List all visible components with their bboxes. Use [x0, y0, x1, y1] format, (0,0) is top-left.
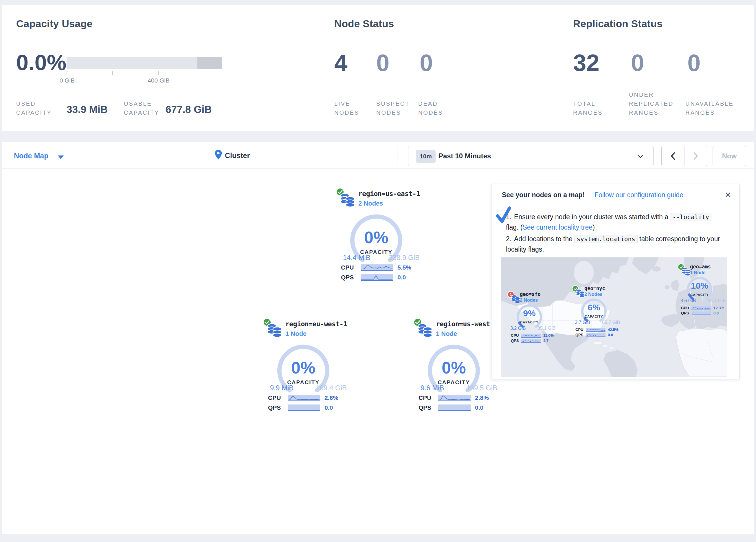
geo-node-nyc[interactable]: geo=nyc 2 Nodes 6% CAPACITY 3.7 GiB 65.7…: [572, 284, 624, 338]
completed-check-icon: [496, 206, 512, 224]
cpu-metric-row: CPU 2.8%: [419, 394, 505, 401]
chevron-left-icon: [670, 152, 676, 160]
geo-total-capacity: 35.1 GiB: [537, 326, 555, 331]
usable-capacity-label: USABLE CAPACITY: [124, 99, 159, 117]
live-nodes-value: 4: [334, 51, 348, 75]
used-capacity-label: USED CAPACITY: [16, 99, 52, 117]
gauge-capacity-label: CAPACITY: [682, 293, 717, 297]
summary-panel: Capacity Usage 0.0% 0 GiB 400 GiB USED C…: [2, 5, 754, 131]
region-name: region=us-east-1: [358, 190, 420, 197]
geo-node-count: 2 Nodes: [584, 292, 602, 297]
suspect-nodes-label: SUSPECTNODES: [376, 99, 410, 117]
axis-tick: [204, 71, 204, 75]
nodes-on-map-popup: See your nodes on a map! Follow our conf…: [491, 184, 740, 379]
geo-total-capacity: 34.4 GiB: [708, 298, 726, 304]
under-replicated-value: 0: [631, 51, 644, 75]
geo-node-name: geo=sfo: [520, 291, 541, 297]
unavailable-ranges-label: UNAVAILABLERANGES: [685, 99, 734, 117]
geo-node-name: geo=ams: [690, 264, 711, 269]
database-stack-icon: [417, 323, 433, 338]
cpu-sparkline: [586, 328, 605, 332]
capacity-bar: [67, 57, 222, 69]
region-used-capacity: 14.4 MiB: [343, 253, 370, 262]
cpu-label: CPU: [419, 394, 431, 401]
setup-step-2: 2.Add locations to the system.locations …: [506, 234, 720, 254]
geo-used-capacity: 3.7 GiB: [575, 320, 590, 325]
popup-title: See your nodes on a map!: [502, 191, 585, 199]
dead-nodes-value: 0: [420, 51, 433, 75]
world-map-preview: 1 geo=sfo 2 Nodes 9% CAPACITY 3.2 GiB 35…: [501, 257, 727, 377]
axis-tick: [158, 71, 159, 75]
chevron-right-icon: [693, 152, 699, 160]
caret-down-icon[interactable]: [58, 155, 64, 159]
qps-metric-row: QPS 0.0: [681, 311, 727, 316]
geo-node-count: 2 Nodes: [520, 298, 538, 303]
cpu-sparkline: [691, 306, 711, 310]
usable-capacity-value: 677.8 GiB: [166, 104, 212, 115]
time-forward-button[interactable]: [684, 146, 707, 166]
database-stack-icon: [266, 323, 282, 338]
time-range-label: Past 10 Minutes: [438, 152, 491, 160]
geo-used-capacity: 3.6 GiB: [680, 298, 696, 304]
cpu-sparkline: [521, 334, 541, 338]
cpu-label: CPU: [341, 264, 354, 271]
view-selector-dropdown[interactable]: Node Map: [14, 152, 48, 160]
cpu-sparkline: [438, 394, 471, 401]
cpu-sparkline: [361, 264, 393, 271]
geo-used-capacity: 3.2 GiB: [510, 326, 526, 331]
qps-metric-row: QPS 0.0: [419, 404, 505, 411]
under-replicated-label: UNDER-REPLICATEDRANGES: [629, 90, 674, 117]
cpu-metric-row: CPU 11.0%: [511, 333, 559, 338]
region-total-capacity: 169.4 GiB: [316, 384, 347, 392]
gauge-percent: 0%: [274, 358, 332, 377]
axis-tick: [112, 71, 113, 75]
setup-step-1: 1.Ensure every node in your cluster was …: [506, 212, 720, 232]
close-icon[interactable]: ✕: [725, 190, 731, 199]
qps-value: 0.0: [397, 274, 406, 281]
region-nodes-link[interactable]: 2 Nodes: [358, 200, 383, 207]
qps-metric-row: QPS 0.0: [341, 274, 428, 281]
now-button[interactable]: Now: [713, 146, 746, 166]
region-nodes-link[interactable]: 1 Node: [436, 330, 457, 338]
locality-flag-code: --locality: [670, 213, 711, 221]
chevron-down-icon: [637, 154, 643, 158]
pin-icon: [214, 149, 222, 160]
capacity-bar-segment: [197, 57, 222, 69]
axis-tick: [67, 71, 67, 75]
geo-node-sfo[interactable]: 1 geo=sfo 2 Nodes 9% CAPACITY 3.2 GiB 35…: [507, 290, 559, 344]
geo-node-name: geo=nyc: [584, 286, 605, 291]
qps-label: QPS: [341, 274, 354, 281]
capacity-usage-title: Capacity Usage: [16, 18, 92, 30]
system-locations-code: system.locations: [574, 235, 637, 243]
cpu-metric-row: CPU 42.5%: [575, 328, 624, 332]
region-card-eu-west-1[interactable]: region=eu-west-1 1 Node 0% CAPACITY 9.9 …: [262, 318, 361, 414]
unavailable-ranges-value: 0: [687, 51, 701, 75]
gauge-percent: 10%: [682, 281, 717, 291]
total-ranges-value: 32: [573, 51, 599, 75]
replication-status-title: Replication Status: [573, 18, 663, 30]
qps-sparkline: [361, 274, 393, 281]
region-used-capacity: 9.9 MiB: [270, 384, 293, 392]
popup-header: See your nodes on a map! Follow our conf…: [491, 184, 739, 205]
configuration-guide-link[interactable]: Follow our configuration guide: [594, 191, 683, 199]
region-card-us-east-1[interactable]: region=us-east-1 2 Nodes 0% CAPACITY 14.…: [335, 187, 434, 283]
geo-node-count: 1 Node: [690, 270, 705, 276]
capacity-percent: 0.0%: [16, 52, 66, 73]
live-nodes-label: LIVENODES: [334, 99, 359, 117]
locality-tree-link[interactable]: See current locality tree: [523, 223, 593, 231]
gauge-percent: 0%: [347, 227, 405, 247]
region-name: region=eu-west-1: [285, 320, 347, 328]
geo-node-ams[interactable]: geo=ams 1 Node 10% CAPACITY 3.6 GiB 34.4…: [678, 262, 727, 316]
qps-sparkline: [586, 333, 605, 337]
breadcrumb-cluster[interactable]: Cluster: [225, 151, 250, 160]
qps-sparkline: [691, 311, 711, 315]
qps-value: 0.0: [324, 404, 333, 411]
region-total-capacity: 169.5 GiB: [466, 384, 497, 392]
time-range-dropdown[interactable]: 10m Past 10 Minutes: [408, 146, 654, 166]
cpu-value: 2.6%: [324, 394, 338, 401]
database-stack-icon: [339, 192, 355, 208]
used-capacity-value: 33.9 MiB: [67, 104, 108, 115]
time-back-button[interactable]: [662, 146, 684, 166]
region-nodes-link[interactable]: 1 Node: [285, 330, 307, 338]
gauge-capacity-label: CAPACITY: [512, 321, 547, 324]
